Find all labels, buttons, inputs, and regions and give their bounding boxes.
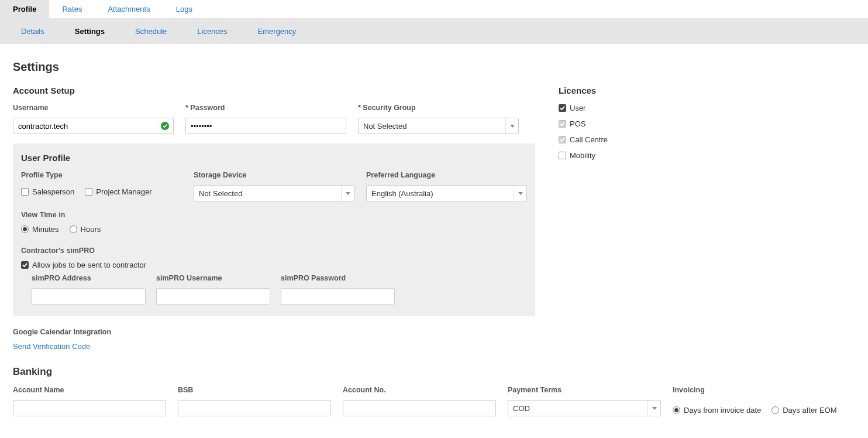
password-label: * Password [185,104,346,112]
chevron-down-icon [341,186,354,201]
security-group-select[interactable]: Not Selected [358,118,519,134]
google-calendar-label: Google Calendar Integration [13,328,535,336]
checkbox-salesperson[interactable]: Salesperson [21,187,74,196]
tab-rates[interactable]: Rates [49,0,95,18]
subtab-emergency[interactable]: Emergency [243,19,312,44]
invoicing-label: Invoicing [673,386,855,394]
page-title: Settings [13,60,855,74]
licence-call-centre-label: Call Centre [570,135,608,144]
chevron-down-icon [514,186,526,201]
radio-minutes[interactable]: Minutes [21,225,59,234]
radio-days-after-eom[interactable]: Days after EOM [771,406,836,415]
hours-label: Hours [81,225,101,234]
licence-user-label: User [570,104,585,112]
storage-device-label: Storage Device [194,171,354,179]
payment-terms-value: COD [513,404,530,413]
checkbox-project-manager[interactable]: Project Manager [85,187,151,196]
section-account-setup: Account Setup [13,85,535,95]
account-name-input[interactable] [13,400,166,416]
bsb-label: BSB [178,386,331,394]
username-input[interactable] [13,118,174,134]
licence-pos: POS [559,119,855,128]
subtab-schedule[interactable]: Schedule [120,19,182,44]
radio-days-from-invoice[interactable]: Days from invoice date [673,406,761,415]
section-banking: Banking [13,366,855,378]
storage-device-value: Not Selected [199,189,242,198]
view-time-label: View Time in [21,211,527,219]
checkbox-allow-jobs[interactable]: Allow jobs to be sent to contractor [21,261,146,269]
subtab-licences[interactable]: Licences [182,19,242,44]
tab-profile[interactable]: Profile [0,0,49,18]
tabs-primary: Profile Rates Attachments Logs [0,0,868,19]
security-group-value: Not Selected [363,122,407,131]
account-name-label: Account Name [13,386,166,394]
tabs-secondary: Details Settings Schedule Licences Emerg… [0,19,868,44]
payment-terms-label: Payment Terms [508,386,661,394]
password-input[interactable] [185,118,346,134]
check-icon [161,122,169,130]
payment-terms-select[interactable]: COD [508,400,661,416]
preferred-language-label: Preferred Language [366,171,527,179]
days-from-invoice-label: Days from invoice date [684,406,761,415]
licence-pos-label: POS [570,119,585,128]
section-licences: Licences [559,85,855,95]
simpro-username-label: simPRO Username [156,274,270,282]
days-after-eom-label: Days after EOM [783,406,836,415]
simpro-password-label: simPRO Password [281,274,395,282]
licence-mobility[interactable]: Mobility [559,151,855,160]
licence-call-centre: Call Centre [559,135,855,144]
preferred-language-value: English (Australia) [371,189,433,198]
chevron-down-icon [505,118,518,134]
section-user-profile: User Profile [21,153,527,163]
allow-jobs-label: Allow jobs to be sent to contractor [32,261,146,269]
contractor-simpro-label: Contractor's simPRO [21,247,527,255]
send-verification-link[interactable]: Send Verification Code [13,342,90,351]
preferred-language-select[interactable]: English (Australia) [366,185,527,201]
simpro-address-label: simPRO Address [32,274,146,282]
minutes-label: Minutes [32,225,59,234]
bsb-input[interactable] [178,400,331,416]
chevron-down-icon [647,401,660,416]
subtab-details[interactable]: Details [6,19,60,44]
licence-mobility-label: Mobility [570,151,595,160]
project-manager-label: Project Manager [96,187,151,196]
licence-user[interactable]: User [559,104,855,112]
salesperson-label: Salesperson [32,187,74,196]
account-no-input[interactable] [343,400,496,416]
account-no-label: Account No. [343,386,496,394]
storage-device-select[interactable]: Not Selected [194,185,354,201]
simpro-username-input[interactable] [156,288,270,304]
profile-type-label: Profile Type [21,171,182,179]
simpro-password-input[interactable] [281,288,395,304]
tab-logs[interactable]: Logs [163,0,205,18]
tab-attachments[interactable]: Attachments [95,0,163,18]
user-profile-panel: User Profile Profile Type Salesperson Pr… [13,143,535,316]
simpro-address-input[interactable] [32,288,146,304]
radio-hours[interactable]: Hours [70,225,101,234]
username-label: Username [13,104,174,112]
subtab-settings[interactable]: Settings [60,19,120,44]
security-group-label: * Security Group [358,104,519,112]
